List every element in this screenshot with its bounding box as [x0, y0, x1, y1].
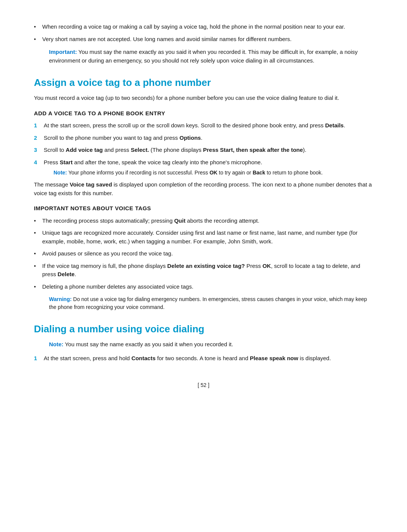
note-bullet-4: If the voice tag memory is full, the pho… — [34, 262, 373, 279]
step-4-num: 4 — [34, 158, 37, 167]
important-block: Important: You must say the name exactly… — [49, 48, 373, 65]
step-3-num: 3 — [34, 146, 37, 154]
important-text: You must say the name exactly as you sai… — [49, 49, 358, 64]
top-bullet-list: When recording a voice tag or making a c… — [34, 23, 373, 43]
page-footer: [ 52 ] — [34, 381, 373, 389]
sub-heading-1: ADD A VOICE TAG TO A PHONE BOOK ENTRY — [34, 109, 373, 118]
bullet-text-2: Very short names are not accepted. Use l… — [42, 36, 292, 42]
step-4-note-label: Note: — [54, 170, 67, 176]
step-4: 4 Press Start and after the tone, speak … — [34, 158, 373, 177]
note-bullet-5: Deleting a phone number deletes any asso… — [34, 283, 373, 291]
step-2-num: 2 — [34, 134, 37, 142]
sub-heading-2: IMPORTANT NOTES ABOUT VOICE TAGS — [34, 204, 373, 213]
step-2: 2 Scroll to the phone number you want to… — [34, 134, 373, 142]
section1-heading: Assign a voice tag to a phone number — [34, 75, 373, 90]
steps-list-1: 1 At the start screen, press the scroll … — [34, 121, 373, 177]
section2-note-block: Note: You must say the name exactly as y… — [49, 340, 373, 349]
warning-label: Warning: — [49, 296, 72, 302]
important-label: Important: — [49, 49, 77, 55]
s2-step-1-text: At the start screen, press and hold Cont… — [44, 355, 331, 361]
steps-list-2: 1 At the start screen, press and hold Co… — [34, 354, 373, 363]
section2-note-label: Note: — [49, 341, 63, 347]
section1-intro: You must record a voice tag (up to two s… — [34, 94, 373, 102]
step-4-note: Note: Your phone informs you if recordin… — [54, 169, 373, 177]
page-number: [ 52 ] — [197, 382, 209, 388]
bullet-item-1: When recording a voice tag or making a c… — [34, 23, 373, 31]
note-bullet-3: Avoid pauses or silence as you record th… — [34, 249, 373, 258]
step-2-text: Scroll to the phone number you want to t… — [44, 135, 202, 141]
voice-tag-saved-para: The message Voice tag saved is displayed… — [34, 180, 373, 197]
step-1-num: 1 — [34, 121, 37, 130]
warning-text: Do not use a voice tag for dialing emerg… — [49, 296, 367, 310]
step-4-text: Press Start and after the tone, speak th… — [44, 159, 262, 165]
bullet-text-1: When recording a voice tag or making a c… — [42, 23, 345, 30]
step-1-text: At the start screen, press the scroll up… — [44, 122, 345, 128]
warning-block: Warning: Do not use a voice tag for dial… — [49, 295, 373, 311]
s2-step-1-num: 1 — [34, 354, 37, 363]
step-1: 1 At the start screen, press the scroll … — [34, 121, 373, 130]
step-3: 3 Scroll to Add voice tag and press Sele… — [34, 146, 373, 154]
s2-step-1: 1 At the start screen, press and hold Co… — [34, 354, 373, 363]
note-bullet-1: The recording process stops automaticall… — [34, 217, 373, 225]
note-bullet-2: Unique tags are recognized more accurate… — [34, 229, 373, 246]
bullet-item-2: Very short names are not accepted. Use l… — [34, 35, 373, 44]
important-notes-list: The recording process stops automaticall… — [34, 217, 373, 291]
section2-note-text: You must say the name exactly as you sai… — [63, 341, 233, 347]
step-3-text: Scroll to Add voice tag and press Select… — [44, 147, 306, 153]
section2-heading: Dialing a number using voice dialing — [34, 322, 373, 336]
